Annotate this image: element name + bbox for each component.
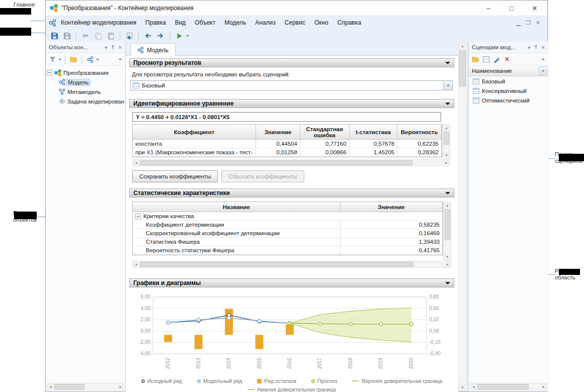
statistics-vscrollbar[interactable]: ▴ ▾ — [444, 202, 451, 260]
mdi-minimize-icon[interactable]: ▁ — [516, 20, 520, 26]
back-icon[interactable] — [142, 30, 153, 41]
tree-node-model[interactable]: Модель — [47, 77, 124, 87]
table-row[interactable]: Статистика Фишера 1,39433 — [133, 238, 443, 246]
statistics-hscrollbar[interactable]: ◂ ▸ — [132, 261, 451, 268]
scroll-right-icon[interactable]: ▸ — [540, 383, 547, 390]
table-row[interactable]: Вероятность статистики Фишера 0,41765 — [133, 246, 443, 255]
main-vscrollbar[interactable]: ▴ ▾ — [458, 42, 467, 391]
run-dropdown-icon[interactable] — [186, 35, 189, 38]
menu-help[interactable]: Справка — [333, 18, 366, 28]
scrollbar-thumb[interactable] — [140, 262, 413, 267]
toolbar-overflow-icon[interactable] — [119, 59, 122, 62]
save-coefficients-button[interactable]: Сохранить коэффициенты — [132, 170, 218, 182]
filter-icon[interactable] — [48, 54, 57, 65]
new-object-dropdown-icon[interactable] — [96, 59, 99, 62]
edit-pencil-icon[interactable] — [492, 54, 501, 65]
column-header[interactable]: Вероятность — [397, 125, 442, 140]
folder-icon[interactable] — [471, 54, 480, 65]
scenario-column-header[interactable]: Наименование — [469, 66, 548, 76]
close-button[interactable]: ✕ — [523, 1, 546, 16]
collapse-icon[interactable] — [135, 214, 141, 219]
menu-model[interactable]: Модель — [220, 18, 251, 28]
scroll-left-icon[interactable]: ◂ — [133, 261, 139, 267]
scenario-combobox[interactable]: Базовый — [130, 80, 453, 90]
column-header[interactable]: Коэффициент — [133, 125, 256, 140]
panel-menu-icon[interactable]: ▾ — [105, 45, 108, 50]
menu-analysis[interactable]: Анализ — [251, 18, 280, 28]
cut-icon[interactable]: ✂ — [80, 30, 91, 41]
section-stats-header[interactable]: Статистические характеристики — [129, 188, 454, 198]
scroll-down-icon[interactable]: ▾ — [443, 152, 450, 158]
coefficients-hscrollbar[interactable]: ◂ ▸ — [132, 159, 450, 166]
collapse-arrow-icon[interactable] — [445, 282, 450, 287]
section-equation-header[interactable]: Идентифицированное уравнение — [129, 99, 454, 108]
menu-object[interactable]: Объект — [190, 18, 220, 28]
toolbar-overflow-icon[interactable] — [542, 59, 545, 62]
scrollbar-thumb[interactable] — [54, 384, 85, 389]
list-view-icon[interactable] — [481, 54, 490, 65]
table-row[interactable]: Коэффициент детерминации 0,58235 — [133, 221, 443, 229]
section-results-header[interactable]: Просмотр результатов — [129, 58, 454, 67]
combobox-dropdown-button[interactable] — [443, 81, 452, 90]
tab-model[interactable]: Модель — [130, 43, 176, 56]
scroll-down-icon[interactable]: ▾ — [444, 253, 451, 260]
filter-dropdown-icon[interactable] — [539, 66, 547, 75]
copy-icon[interactable] — [93, 30, 104, 41]
scroll-left-icon[interactable]: ◂ — [133, 160, 139, 166]
save-icon[interactable] — [49, 30, 60, 41]
scroll-right-icon[interactable]: ▸ — [443, 160, 450, 166]
scroll-up-icon[interactable]: ▴ — [459, 42, 466, 50]
menu-container[interactable]: Контейнер моделирования — [56, 18, 141, 28]
collapse-icon[interactable] — [47, 70, 52, 75]
panel-menu-icon[interactable]: ▾ — [528, 45, 531, 50]
mdi-close-icon[interactable]: ✕ — [536, 20, 540, 26]
section-charts-header[interactable]: Графики и диаграммы — [129, 278, 454, 287]
filter-dropdown-icon[interactable] — [58, 59, 61, 62]
scenario-item-base[interactable]: Базовый — [469, 76, 548, 86]
group-row[interactable]: Критерии качества — [133, 212, 443, 221]
tree-node-root[interactable]: Преобразования — [47, 68, 124, 77]
column-header[interactable]: Значение — [256, 125, 300, 140]
tree-node-modeling-task[interactable]: Задача моделирован — [47, 96, 124, 106]
pin-icon[interactable] — [533, 44, 539, 50]
forward-icon[interactable] — [155, 30, 166, 41]
scroll-up-icon[interactable]: ▴ — [443, 125, 450, 131]
scenario-item-optimistic[interactable]: Оптимистический — [469, 95, 548, 105]
reset-coefficients-button[interactable]: Сбросить коэффициенты — [221, 170, 304, 182]
minimize-button[interactable]: – — [477, 1, 500, 16]
scroll-left-icon[interactable]: ◂ — [470, 383, 477, 390]
new-object-icon[interactable] — [86, 54, 95, 65]
scrollbar-thumb[interactable] — [140, 160, 412, 165]
scroll-down-icon[interactable]: ▾ — [459, 383, 466, 391]
close-icon[interactable]: ✕ — [541, 45, 545, 50]
report-info-icon[interactable]: ✱ — [124, 30, 135, 41]
column-header[interactable]: Название — [133, 202, 341, 212]
scroll-left-icon[interactable]: ◂ — [47, 383, 54, 390]
objects-panel-hscrollbar[interactable]: ◂ ▸ — [47, 383, 124, 390]
pin-icon[interactable] — [110, 44, 116, 50]
menu-edit[interactable]: Правка — [141, 18, 171, 28]
table-row[interactable]: при X1 (Макроэкономические показа - тест… — [133, 148, 442, 157]
column-header[interactable]: t-статистика — [350, 125, 398, 140]
collapse-arrow-icon[interactable] — [445, 62, 450, 67]
scenario-item-conservative[interactable]: Консервативный — [469, 86, 548, 95]
maximize-button[interactable]: □ — [500, 1, 523, 16]
menu-view[interactable]: Вид — [171, 18, 191, 28]
run-icon[interactable] — [174, 30, 185, 41]
scrollbar-thumb[interactable] — [444, 132, 449, 145]
folder-icon[interactable] — [69, 54, 78, 65]
delete-icon[interactable]: ✕ — [503, 54, 512, 65]
collapse-arrow-icon[interactable] — [445, 192, 450, 197]
scroll-right-icon[interactable]: ▸ — [117, 383, 124, 390]
scrollbar-thumb[interactable] — [459, 50, 466, 86]
scrollbar-thumb[interactable] — [445, 209, 450, 240]
scrollbar-thumb[interactable] — [477, 384, 529, 389]
scenarios-panel-hscrollbar[interactable]: ◂ ▸ — [470, 383, 547, 390]
table-row[interactable]: Скорректированный коэффициент детерминац… — [133, 229, 443, 238]
menu-service[interactable]: Сервис — [280, 18, 310, 28]
column-header[interactable]: Значение — [341, 202, 443, 212]
scroll-up-icon[interactable]: ▴ — [444, 202, 451, 209]
mdi-restore-icon[interactable]: ❐ — [526, 20, 531, 26]
menu-window[interactable]: Окно — [310, 18, 333, 28]
tree-node-metamodel[interactable]: Метамодель — [47, 87, 124, 96]
